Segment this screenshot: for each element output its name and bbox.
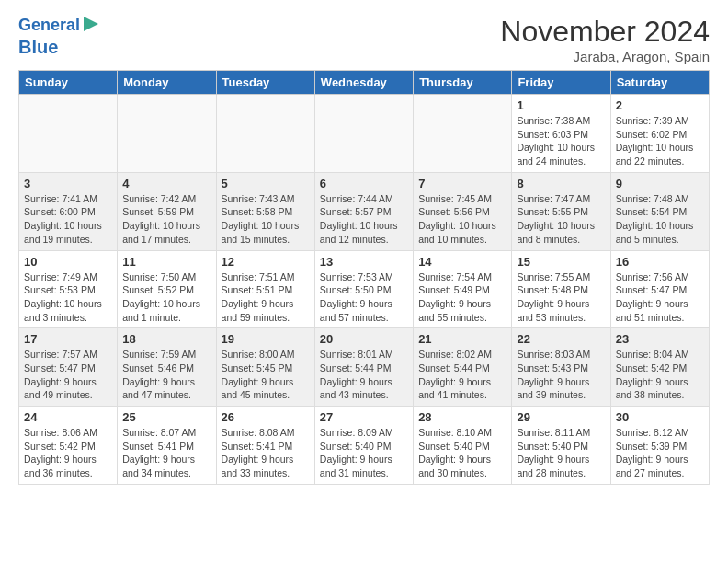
calendar-week-row: 3Sunrise: 7:41 AM Sunset: 6:00 PM Daylig… (19, 172, 710, 250)
day-number: 18 (122, 332, 210, 346)
calendar-day: 21Sunrise: 8:02 AM Sunset: 5:44 PM Dayli… (414, 328, 512, 407)
day-number: 25 (122, 410, 210, 424)
svg-marker-0 (84, 17, 98, 31)
calendar-day: 13Sunrise: 7:53 AM Sunset: 5:50 PM Dayli… (314, 250, 413, 328)
day-number: 26 (222, 410, 310, 424)
day-info: Sunrise: 8:03 AM Sunset: 5:43 PM Dayligh… (517, 348, 605, 402)
weekday-header: Thursday (414, 71, 512, 95)
calendar-day: 5Sunrise: 7:43 AM Sunset: 5:58 PM Daylig… (216, 172, 314, 250)
day-info: Sunrise: 7:57 AM Sunset: 5:47 PM Dayligh… (24, 348, 112, 402)
day-info: Sunrise: 8:08 AM Sunset: 5:41 PM Dayligh… (222, 426, 310, 480)
day-number: 3 (24, 177, 112, 190)
day-number: 30 (616, 410, 704, 424)
calendar-day: 12Sunrise: 7:51 AM Sunset: 5:51 PM Dayli… (216, 250, 314, 328)
day-number: 28 (418, 410, 506, 424)
calendar-day: 3Sunrise: 7:41 AM Sunset: 6:00 PM Daylig… (19, 172, 118, 250)
calendar-day: 29Sunrise: 8:11 AM Sunset: 5:40 PM Dayli… (512, 407, 610, 485)
day-number: 16 (616, 255, 704, 269)
day-info: Sunrise: 7:51 AM Sunset: 5:51 PM Dayligh… (222, 270, 310, 325)
calendar: SundayMondayTuesdayWednesdayThursdayFrid… (18, 70, 710, 485)
day-number: 4 (122, 177, 210, 190)
calendar-day: 10Sunrise: 7:49 AM Sunset: 5:53 PM Dayli… (19, 250, 118, 328)
logo-text: General (18, 17, 80, 35)
day-info: Sunrise: 7:56 AM Sunset: 5:47 PM Dayligh… (616, 270, 704, 325)
weekday-header: Monday (118, 71, 216, 95)
calendar-day: 17Sunrise: 7:57 AM Sunset: 5:47 PM Dayli… (19, 328, 118, 407)
day-info: Sunrise: 7:49 AM Sunset: 5:53 PM Dayligh… (24, 270, 112, 325)
day-number: 2 (616, 98, 704, 112)
calendar-day: 4Sunrise: 7:42 AM Sunset: 5:59 PM Daylig… (118, 172, 216, 250)
day-number: 12 (222, 255, 310, 269)
calendar-day (216, 95, 314, 173)
day-info: Sunrise: 7:54 AM Sunset: 5:49 PM Dayligh… (418, 270, 506, 325)
weekday-header: Tuesday (216, 71, 314, 95)
day-number: 21 (418, 332, 506, 346)
calendar-header: SundayMondayTuesdayWednesdayThursdayFrid… (19, 71, 710, 95)
calendar-day: 24Sunrise: 8:06 AM Sunset: 5:42 PM Dayli… (19, 407, 118, 485)
calendar-week-row: 17Sunrise: 7:57 AM Sunset: 5:47 PM Dayli… (19, 328, 710, 407)
day-number: 1 (517, 98, 605, 112)
day-number: 27 (320, 410, 408, 424)
page-container: General Blue November 2024 Jaraba, Arago… (0, 0, 728, 500)
calendar-day: 15Sunrise: 7:55 AM Sunset: 5:48 PM Dayli… (512, 250, 610, 328)
day-info: Sunrise: 8:07 AM Sunset: 5:41 PM Dayligh… (122, 426, 210, 480)
day-info: Sunrise: 7:38 AM Sunset: 6:03 PM Dayligh… (517, 114, 605, 168)
day-number: 22 (517, 332, 605, 346)
calendar-day: 7Sunrise: 7:45 AM Sunset: 5:56 PM Daylig… (414, 172, 512, 250)
day-number: 24 (24, 410, 112, 424)
day-number: 13 (320, 255, 408, 269)
calendar-day (19, 95, 118, 173)
calendar-day: 25Sunrise: 8:07 AM Sunset: 5:41 PM Dayli… (118, 407, 216, 485)
calendar-day: 18Sunrise: 7:59 AM Sunset: 5:46 PM Dayli… (118, 328, 216, 407)
day-info: Sunrise: 7:47 AM Sunset: 5:55 PM Dayligh… (517, 192, 605, 247)
header: General Blue November 2024 Jaraba, Arago… (18, 15, 710, 64)
weekday-row: SundayMondayTuesdayWednesdayThursdayFrid… (19, 71, 710, 95)
calendar-week-row: 10Sunrise: 7:49 AM Sunset: 5:53 PM Dayli… (19, 250, 710, 328)
calendar-day (414, 95, 512, 173)
day-info: Sunrise: 7:41 AM Sunset: 6:00 PM Dayligh… (24, 192, 112, 247)
calendar-day: 1Sunrise: 7:38 AM Sunset: 6:03 PM Daylig… (512, 95, 610, 173)
day-number: 8 (517, 177, 605, 190)
day-info: Sunrise: 7:43 AM Sunset: 5:58 PM Dayligh… (222, 192, 310, 247)
day-info: Sunrise: 8:04 AM Sunset: 5:42 PM Dayligh… (616, 348, 704, 402)
calendar-week-row: 24Sunrise: 8:06 AM Sunset: 5:42 PM Dayli… (19, 407, 710, 485)
logo: General Blue (18, 15, 102, 57)
calendar-day: 27Sunrise: 8:09 AM Sunset: 5:40 PM Dayli… (314, 407, 413, 485)
calendar-day (118, 95, 216, 173)
logo-blue: Blue (18, 37, 58, 57)
calendar-day: 6Sunrise: 7:44 AM Sunset: 5:57 PM Daylig… (314, 172, 413, 250)
day-number: 29 (517, 410, 605, 424)
calendar-day: 20Sunrise: 8:01 AM Sunset: 5:44 PM Dayli… (314, 328, 413, 407)
day-info: Sunrise: 8:01 AM Sunset: 5:44 PM Dayligh… (320, 348, 408, 402)
logo-general: General (18, 16, 80, 34)
day-number: 11 (122, 255, 210, 269)
calendar-day: 8Sunrise: 7:47 AM Sunset: 5:55 PM Daylig… (512, 172, 610, 250)
day-number: 9 (616, 177, 704, 190)
day-number: 15 (517, 255, 605, 269)
day-number: 7 (418, 177, 506, 190)
day-info: Sunrise: 7:59 AM Sunset: 5:46 PM Dayligh… (122, 348, 210, 402)
logo-arrow-icon (84, 15, 102, 33)
day-info: Sunrise: 8:09 AM Sunset: 5:40 PM Dayligh… (320, 426, 408, 480)
calendar-day: 22Sunrise: 8:03 AM Sunset: 5:43 PM Dayli… (512, 328, 610, 407)
weekday-header: Wednesday (314, 71, 413, 95)
calendar-day: 19Sunrise: 8:00 AM Sunset: 5:45 PM Dayli… (216, 328, 314, 407)
day-info: Sunrise: 8:11 AM Sunset: 5:40 PM Dayligh… (517, 426, 605, 480)
day-info: Sunrise: 7:55 AM Sunset: 5:48 PM Dayligh… (517, 270, 605, 325)
calendar-day: 11Sunrise: 7:50 AM Sunset: 5:52 PM Dayli… (118, 250, 216, 328)
day-number: 6 (320, 177, 408, 190)
day-info: Sunrise: 7:48 AM Sunset: 5:54 PM Dayligh… (616, 192, 704, 247)
day-info: Sunrise: 7:50 AM Sunset: 5:52 PM Dayligh… (122, 270, 210, 325)
month-title: November 2024 (500, 15, 710, 49)
day-info: Sunrise: 7:44 AM Sunset: 5:57 PM Dayligh… (320, 192, 408, 247)
weekday-header: Friday (512, 71, 610, 95)
calendar-day (314, 95, 413, 173)
calendar-day: 26Sunrise: 8:08 AM Sunset: 5:41 PM Dayli… (216, 407, 314, 485)
day-info: Sunrise: 8:10 AM Sunset: 5:40 PM Dayligh… (418, 426, 506, 480)
day-number: 19 (222, 332, 310, 346)
day-info: Sunrise: 8:12 AM Sunset: 5:39 PM Dayligh… (616, 426, 704, 480)
day-info: Sunrise: 8:00 AM Sunset: 5:45 PM Dayligh… (222, 348, 310, 402)
calendar-day: 28Sunrise: 8:10 AM Sunset: 5:40 PM Dayli… (414, 407, 512, 485)
calendar-day: 30Sunrise: 8:12 AM Sunset: 5:39 PM Dayli… (610, 407, 709, 485)
calendar-day: 14Sunrise: 7:54 AM Sunset: 5:49 PM Dayli… (414, 250, 512, 328)
